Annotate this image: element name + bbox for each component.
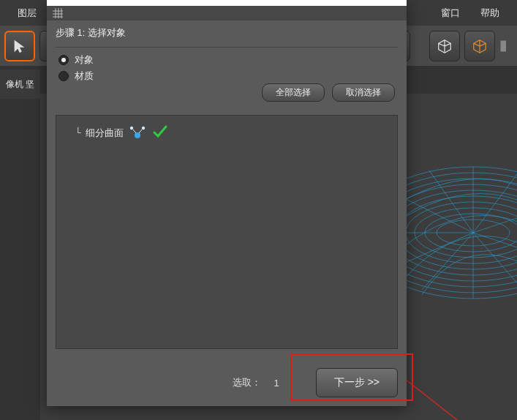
radio-material-row[interactable]: 材质 <box>56 70 398 83</box>
radio-object-dot[interactable] <box>59 55 69 65</box>
menu-help[interactable]: 帮助 <box>470 7 510 20</box>
tree-item-subdivision[interactable]: └ 细分曲面 <box>64 123 390 143</box>
camera-label: 像机 <box>6 78 23 91</box>
svg-line-38 <box>133 130 136 133</box>
dialog-toolbar <box>47 6 407 20</box>
pin-label: 坚 <box>26 78 34 91</box>
subdivision-surface-icon <box>128 124 147 141</box>
svg-line-17 <box>473 174 517 233</box>
radio-object-label: 对象 <box>75 53 94 67</box>
cube-orange-tool-icon[interactable] <box>464 31 495 61</box>
left-panel: 像机 坚 <box>0 70 40 99</box>
grid-icon <box>53 8 63 18</box>
radio-object-row[interactable]: 对象 <box>56 53 398 67</box>
tool-edge-icon[interactable] <box>499 31 513 61</box>
bake-dialog: 步骤 1: 选择对象 对象 材质 全部选择 取消选择 └ 细分曲面 <box>47 0 407 406</box>
menu-window[interactable]: 窗口 <box>431 7 470 20</box>
svg-point-37 <box>142 127 145 130</box>
svg-rect-2 <box>501 40 507 51</box>
pointer-tool-icon[interactable] <box>4 31 35 61</box>
next-button[interactable]: 下一步 >> <box>316 368 398 397</box>
deselect-button[interactable]: 取消选择 <box>332 83 395 102</box>
radio-material-dot[interactable] <box>59 71 69 81</box>
dialog-titlebar[interactable] <box>47 0 407 6</box>
object-tree[interactable]: └ 细分曲面 <box>56 115 398 349</box>
svg-line-39 <box>139 130 142 133</box>
menu-layers[interactable]: 图层 <box>7 7 47 20</box>
cube-tool-icon[interactable] <box>429 31 460 61</box>
tree-item-label: 细分曲面 <box>86 127 124 140</box>
svg-point-36 <box>130 127 133 130</box>
selection-label: 选取： <box>233 376 261 389</box>
select-all-button[interactable]: 全部选择 <box>262 83 325 102</box>
divider <box>56 47 398 48</box>
check-icon <box>151 123 169 143</box>
selection-count: 1 <box>274 378 279 389</box>
radio-material-label: 材质 <box>75 70 94 83</box>
tree-branch-icon: └ <box>75 127 81 138</box>
svg-point-35 <box>135 132 140 138</box>
step-title: 步骤 1: 选择对象 <box>56 26 398 40</box>
